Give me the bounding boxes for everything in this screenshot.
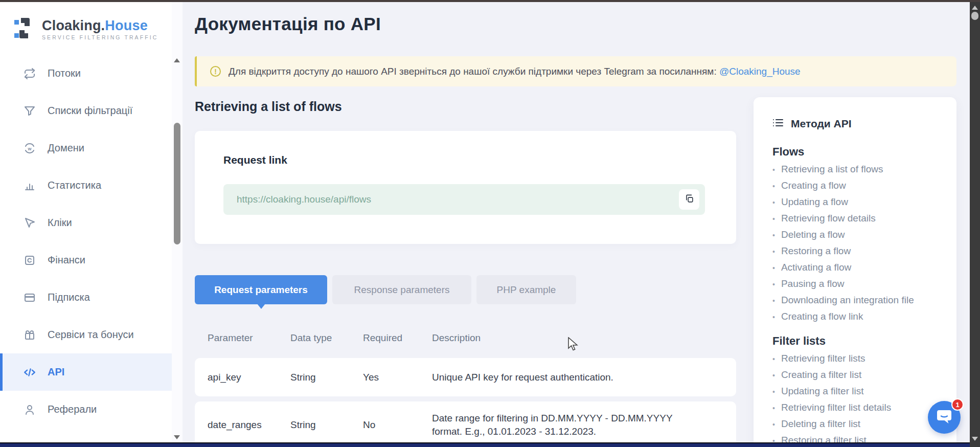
main-content: Документація по API ! Для відкриття дост… [183, 2, 970, 442]
sidebar-item-flows[interactable]: Потоки [0, 55, 172, 92]
parameter-tabs: Request parameters Response parameters P… [195, 275, 736, 304]
method-link-deleting-a-flow[interactable]: Deleting a flow [772, 229, 946, 245]
method-link-retrieving-flow-details[interactable]: Retrieving flow details [772, 213, 946, 229]
method-link-activating-a-flow[interactable]: Activating a flow [772, 262, 946, 278]
clicks-icon [23, 216, 36, 230]
cell-required: Yes [363, 371, 432, 384]
sidebar-item-finance[interactable]: Фінанси [0, 241, 172, 279]
method-link-updating-a-filter-list[interactable]: Updating a filter list [772, 386, 946, 402]
window-bottom-edge [0, 442, 980, 447]
logo-icon [14, 16, 35, 42]
sidebar: Cloaking.House SERVICE FILTERING TRAFFIC… [0, 2, 172, 442]
chat-bubble-icon [936, 409, 952, 426]
domains-icon: w [23, 142, 36, 155]
chat-notification-badge: 1 [951, 398, 964, 411]
page-title: Документація по API [195, 13, 956, 35]
page-scroll-down-icon[interactable] [972, 437, 978, 441]
method-link-updating-a-flow[interactable]: Updating a flow [772, 196, 946, 213]
sidebar-item-domains[interactable]: w Домени [0, 129, 172, 167]
method-link-downloading-integration-file[interactable]: Downloading an integration file [772, 295, 946, 311]
cell-required: No [363, 418, 432, 432]
method-link-retrieving-list-of-flows[interactable]: Retrieving a list of flows [772, 164, 946, 180]
sidebar-item-api[interactable]: API [0, 353, 172, 391]
flows-icon [23, 67, 36, 80]
request-link-title: Request link [223, 154, 705, 166]
cell-description: Date range for filtering in DD.MM.YYYY -… [432, 412, 695, 438]
request-url: https://cloaking.house/api/flows [237, 194, 371, 205]
sidebar-item-referrals[interactable]: Реферали [0, 391, 172, 428]
cell-data-type: String [290, 418, 363, 432]
sidebar-item-statistics[interactable]: Статистика [0, 167, 172, 204]
methods-panel-header: Методи API [772, 118, 946, 130]
referrals-icon [23, 403, 36, 416]
window-top-edge [0, 0, 980, 2]
api-access-notice: ! Для відкриття доступу до нашого API зв… [195, 56, 956, 86]
tab-php-example[interactable]: PHP example [476, 275, 576, 304]
alert-icon: ! [210, 66, 221, 77]
methods-section-filter-lists: Filter lists [772, 334, 946, 348]
copy-icon [685, 194, 694, 205]
method-link-creating-a-filter-list[interactable]: Creating a filter list [772, 369, 946, 386]
column-header-parameter: Parameter [208, 331, 290, 344]
page-scrollbar-thumb[interactable] [971, 12, 978, 20]
request-link-card: Request link https://cloaking.house/api/… [195, 131, 736, 244]
sidebar-item-subscription[interactable]: Підписка [0, 279, 172, 316]
api-methods-panel: Методи API Flows Retrieving a list of fl… [754, 97, 956, 442]
sidebar-item-filter-lists[interactable]: Списки фільтрації [0, 92, 172, 129]
method-link-retrieving-filter-lists[interactable]: Retrieving filter lists [772, 353, 946, 369]
cell-parameter: date_ranges [208, 418, 290, 432]
sidebar-scrollbar-thumb[interactable] [174, 123, 180, 244]
notice-text: Для відкриття доступу до нашого API звер… [229, 66, 801, 77]
statistics-icon [23, 179, 36, 192]
svg-text:w: w [27, 146, 32, 151]
telegram-link[interactable]: @Cloaking_House [719, 66, 801, 77]
brand-name: Cloaking.House [42, 18, 148, 33]
scroll-down-arrow-icon[interactable] [174, 435, 180, 439]
method-link-creating-a-flow[interactable]: Creating a flow [772, 180, 946, 196]
page-scrollbar[interactable] [970, 2, 980, 447]
copy-button[interactable] [679, 189, 699, 210]
method-link-retrieving-filter-list-details[interactable]: Retrieving filter list details [772, 402, 946, 418]
finance-icon [23, 254, 36, 267]
scroll-up-arrow-icon[interactable] [174, 58, 180, 62]
method-link-deleting-a-filter-list[interactable]: Deleting a filter list [772, 418, 946, 435]
method-link-restoring-a-filter-list[interactable]: Restoring a filter list [772, 435, 946, 442]
subscription-icon [23, 291, 36, 304]
sidebar-item-clicks[interactable]: Кліки [0, 204, 172, 241]
list-icon [772, 118, 784, 129]
app-window: Cloaking.House SERVICE FILTERING TRAFFIC… [0, 2, 970, 442]
column-header-data-type: Data type [290, 331, 363, 344]
method-link-pausing-a-flow[interactable]: Pausing a flow [772, 278, 946, 295]
column-header-required: Required [363, 331, 432, 344]
page-scroll-up-icon[interactable] [972, 6, 978, 10]
table-row: api_key String Yes Unique API key for re… [195, 358, 736, 396]
filter-icon [23, 104, 36, 118]
method-link-restoring-a-flow[interactable]: Restoring a flow [772, 245, 946, 262]
tab-response-parameters[interactable]: Response parameters [332, 275, 471, 304]
cell-parameter: api_key [208, 371, 290, 384]
methods-section-flows: Flows [772, 145, 946, 159]
cell-data-type: String [290, 371, 363, 384]
table-header-row: Parameter Data type Required Description [195, 317, 736, 358]
brand-tagline: SERVICE FILTERING TRAFFIC [42, 34, 158, 40]
support-chat-button[interactable]: 1 [928, 401, 961, 434]
services-icon [23, 328, 36, 342]
request-url-box: https://cloaking.house/api/flows [223, 184, 705, 215]
sidebar-scrollbar[interactable] [172, 2, 183, 442]
column-header-description: Description [432, 331, 695, 344]
sidebar-item-services[interactable]: Сервіси та бонуси [0, 316, 172, 353]
api-icon [23, 366, 36, 379]
doc-column: Retrieving a list of flows Request link … [195, 97, 736, 442]
tab-request-parameters[interactable]: Request parameters [195, 275, 327, 304]
logo[interactable]: Cloaking.House SERVICE FILTERING TRAFFIC [0, 14, 172, 44]
sidebar-menu: Потоки Списки фільтрації w Домени Статис… [0, 55, 172, 428]
cell-description: Unique API key for request authenticatio… [432, 371, 695, 384]
methods-panel-title: Методи API [791, 118, 852, 130]
method-link-creating-a-flow-link[interactable]: Creating a flow link [772, 311, 946, 327]
section-title: Retrieving a list of flows [195, 99, 736, 114]
table-row: date_ranges String No Date range for fil… [195, 401, 736, 442]
